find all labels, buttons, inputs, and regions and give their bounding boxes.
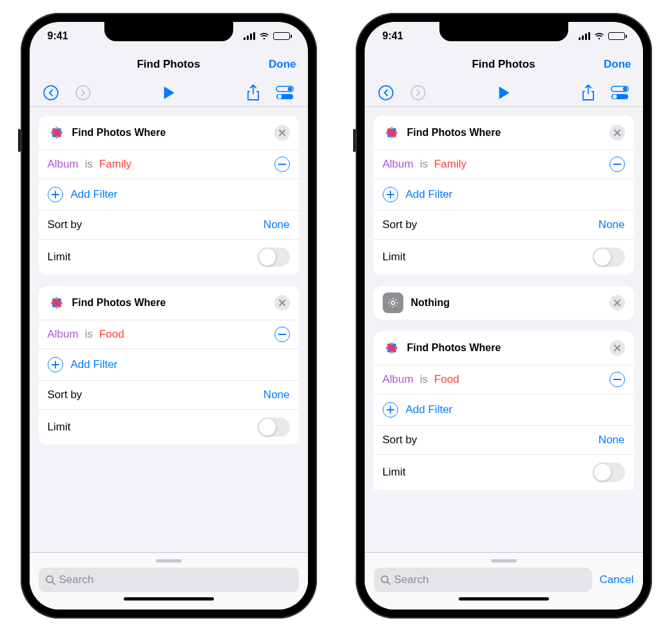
remove-action-button[interactable] [274,125,290,140]
undo-button[interactable] [43,84,59,101]
filter-operator: is [420,373,428,386]
limit-switch[interactable] [593,247,625,267]
play-button[interactable] [497,86,510,100]
remove-action-button[interactable] [274,295,290,311]
svg-point-29 [622,86,626,90]
home-indicator[interactable] [124,597,214,600]
action-card: Find Photos Where Album is Family [39,116,299,274]
remove-filter-button[interactable] [610,157,625,172]
filter-field: Album [48,328,79,341]
sort-by-row[interactable]: Sort by None [374,426,634,455]
battery-icon [608,32,625,40]
limit-switch[interactable] [258,418,290,437]
toolbar [30,79,308,107]
filter-row[interactable]: Album is Food [39,320,299,349]
search-input[interactable]: Search [39,568,299,592]
sort-by-value: None [264,218,290,231]
filter-value: Food [99,328,124,341]
status-time: 9:41 [383,30,403,42]
nothing-action-card[interactable]: Nothing [374,286,634,320]
drawer-grabber[interactable] [491,559,517,562]
notch [439,22,568,41]
photos-app-icon [48,124,66,142]
cellular-signal-icon [579,32,590,40]
filter-row[interactable]: Album is Food [374,365,634,394]
wifi-icon [259,32,269,40]
sort-by-label: Sort by [383,434,418,447]
sort-by-value: None [264,389,290,401]
nothing-label: Nothing [411,297,610,309]
limit-switch[interactable] [258,247,290,267]
photos-app-icon [48,294,66,312]
cancel-button[interactable]: Cancel [600,573,634,586]
add-filter-button[interactable]: Add Filter [39,349,299,381]
undo-button[interactable] [378,84,394,101]
search-icon [45,575,55,585]
settings-toggle-button[interactable] [276,86,294,100]
settings-toggle-button[interactable] [611,86,629,100]
remove-action-button[interactable] [610,295,625,311]
action-card: Find Photos Where Album is Food [374,331,634,490]
done-button[interactable]: Done [604,58,631,71]
done-button[interactable]: Done [269,58,296,71]
notch [104,22,233,41]
remove-filter-button[interactable] [274,157,290,172]
limit-label: Limit [383,466,406,479]
search-placeholder: Search [59,573,94,586]
home-indicator[interactable] [459,597,549,600]
card-title: Find Photos Where [72,297,274,309]
limit-label: Limit [383,251,406,264]
filter-row[interactable]: Album is Family [39,150,299,179]
sort-by-label: Sort by [383,218,418,231]
sort-by-label: Sort by [48,389,82,401]
svg-line-25 [52,582,55,584]
plus-circle-icon [48,357,63,372]
wifi-icon [594,32,604,40]
redo-button[interactable] [75,84,91,101]
remove-filter-button[interactable] [610,372,625,387]
svg-point-27 [411,86,425,100]
share-button[interactable] [581,84,595,101]
remove-action-button[interactable] [610,340,625,356]
share-button[interactable] [246,84,260,101]
filter-operator: is [85,158,93,171]
drawer-grabber[interactable] [156,559,182,562]
sort-by-row[interactable]: Sort by None [39,381,299,410]
limit-switch[interactable] [593,463,625,482]
card-title: Find Photos Where [407,127,610,139]
cellular-signal-icon [244,32,255,40]
add-filter-button[interactable]: Add Filter [39,179,299,211]
limit-row: Limit [374,240,634,274]
photos-app-icon [383,124,401,142]
add-filter-button[interactable]: Add Filter [374,394,634,426]
plus-circle-icon [383,187,398,202]
limit-row: Limit [374,455,634,490]
svg-point-3 [287,86,291,90]
play-button[interactable] [162,86,175,100]
filter-value: Food [434,373,459,386]
add-filter-button[interactable]: Add Filter [374,179,634,211]
filter-row[interactable]: Album is Family [374,150,634,179]
bottom-bar: Search [30,552,308,610]
filter-value: Family [99,158,131,171]
remove-filter-button[interactable] [274,327,290,342]
sort-by-label: Sort by [48,218,82,231]
sort-by-row[interactable]: Sort by None [39,211,299,240]
search-placeholder: Search [394,573,429,586]
limit-row: Limit [39,410,299,445]
svg-point-0 [44,86,58,100]
filter-field: Album [383,373,414,386]
plus-circle-icon [383,402,398,418]
search-icon [380,575,390,585]
nav-title: Find Photos [472,58,535,71]
filter-operator: is [420,158,428,171]
gear-icon [383,293,403,313]
card-title: Find Photos Where [407,342,610,354]
svg-line-52 [387,582,390,584]
remove-action-button[interactable] [610,125,625,140]
add-filter-label: Add Filter [71,188,118,201]
limit-row: Limit [39,240,299,274]
sort-by-row[interactable]: Sort by None [374,211,634,240]
redo-button[interactable] [410,84,427,101]
search-input[interactable]: Search [374,568,592,592]
